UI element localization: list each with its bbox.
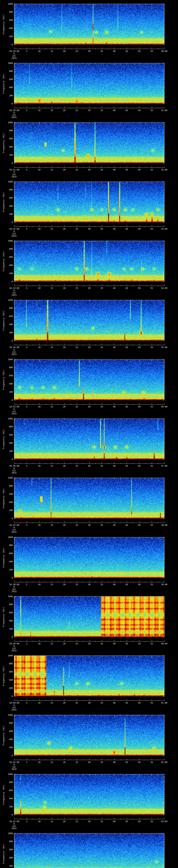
- x-tick-label: 35: [100, 346, 103, 349]
- x-end-time-label: 38:00: [161, 524, 168, 526]
- x-tick-label: 50: [138, 110, 141, 112]
- x-tick-label: 45: [125, 169, 128, 171]
- x-end-time-label: 39:00: [161, 584, 168, 586]
- x-tick-label: 45: [125, 50, 128, 53]
- y-tick-label: 800: [5, 781, 13, 783]
- x-tick-label: 30: [88, 702, 90, 704]
- x-tick-label: 15: [51, 584, 53, 586]
- y-tick-label: 0: [5, 162, 13, 164]
- y-tick-label: 1000: [5, 240, 13, 242]
- spectrogram-panel: Frequency (Hz)1000800600400200018:39:005…: [0, 592, 178, 652]
- x-tick-label: 55: [151, 702, 153, 704]
- x-tick-label: 25: [76, 820, 78, 823]
- x-tick-label: 30: [88, 406, 90, 408]
- y-tick-label: 600: [5, 375, 13, 377]
- x-tick-label: 15: [51, 761, 53, 764]
- x-tick-label: 10: [38, 228, 40, 230]
- y-tick-label: 400: [5, 323, 13, 326]
- x-tick-label: 40: [113, 761, 115, 764]
- y-axis-title: Frequency (Hz): [3, 73, 5, 93]
- x-start-time-label: 18:30:00: [9, 110, 19, 112]
- x-tick-label: 35: [100, 406, 103, 408]
- x-end-time-label: 35:00: [161, 346, 168, 349]
- x-end-time-label: 43:00: [161, 820, 168, 823]
- x-tick-label: 5: [26, 643, 27, 645]
- y-tick-label: 0: [5, 695, 13, 698]
- spectrogram-panel: Frequency (Hz)1000800600400200018:43:005…: [0, 830, 178, 868]
- y-tick-label: 800: [5, 426, 13, 428]
- x-tick-label: 15: [51, 820, 53, 823]
- x-tick-label: 5: [26, 584, 27, 586]
- x-tick-label: 50: [138, 584, 141, 586]
- y-tick-label: 400: [5, 798, 13, 800]
- y-tick-label: 200: [5, 391, 13, 393]
- x-tick-label: 35: [100, 228, 103, 230]
- x-tick-label: 5: [26, 110, 27, 112]
- x-start-time-label: 18:32:00: [9, 228, 19, 230]
- x-tick-label: 25: [76, 584, 78, 586]
- y-tick-label: 600: [5, 197, 13, 199]
- x-end-time-label: 40:00: [161, 643, 168, 645]
- y-tick-label: 1000: [5, 181, 13, 183]
- y-tick-label: 0: [5, 755, 13, 757]
- x-tick-label: 35: [100, 820, 103, 823]
- x-tick-label: 30: [88, 110, 90, 112]
- date-year-label: 2015: [12, 116, 17, 118]
- y-tick-label: 0: [5, 636, 13, 638]
- x-start-time-label: 18:40:00: [9, 702, 19, 704]
- x-end-time-label: 36:00: [161, 406, 168, 408]
- x-tick-label: 30: [88, 228, 90, 230]
- x-tick-label: 55: [151, 820, 153, 823]
- date-year-label: 2015: [12, 235, 17, 237]
- x-start-time-label: 18:31:00: [9, 169, 19, 171]
- x-tick-label: 15: [51, 346, 53, 349]
- x-tick-label: 45: [125, 524, 128, 526]
- spectrogram-panel: Frequency (Hz)1000800600400200018:35:005…: [0, 355, 178, 415]
- x-tick-label: 10: [38, 406, 40, 408]
- y-tick-label: 400: [5, 146, 13, 148]
- x-tick-label: 40: [113, 584, 115, 586]
- y-tick-label: 1000: [5, 62, 13, 64]
- x-tick-label: 50: [138, 465, 141, 467]
- y-tick-label: 800: [5, 11, 13, 13]
- y-tick-label: 600: [5, 671, 13, 673]
- y-tick-label: 800: [5, 129, 13, 132]
- y-tick-label: 800: [5, 307, 13, 309]
- y-tick-label: 0: [5, 43, 13, 46]
- x-tick-label: 30: [88, 820, 90, 823]
- x-start-time-label: 18:41:00: [9, 761, 19, 764]
- x-tick-label: 20: [63, 169, 65, 171]
- y-axis-title: Frequency (Hz): [3, 784, 5, 804]
- y-tick-label: 600: [5, 19, 13, 21]
- y-tick-label: 800: [5, 544, 13, 547]
- x-tick-label: 15: [51, 406, 53, 408]
- x-tick-label: 25: [76, 406, 78, 408]
- x-tick-label: 30: [88, 761, 90, 764]
- y-tick-label: 400: [5, 738, 13, 741]
- x-tick-label: 50: [138, 406, 141, 408]
- y-tick-label: 600: [5, 138, 13, 140]
- x-tick-label: 30: [88, 346, 90, 349]
- spectrogram-panel: Frequency (Hz)1000800600400200018:33:005…: [0, 237, 178, 296]
- x-tick-label: 35: [100, 50, 103, 53]
- date-year-label: 2015: [12, 472, 17, 474]
- y-tick-label: 400: [5, 442, 13, 444]
- x-tick-label: 30: [88, 524, 90, 526]
- x-tick-label: 35: [100, 110, 103, 112]
- x-tick-label: 25: [76, 346, 78, 349]
- x-tick-label: 55: [151, 169, 153, 171]
- x-tick-label: 15: [51, 50, 53, 53]
- y-tick-label: 1000: [5, 595, 13, 598]
- x-start-time-label: 18:35:00: [9, 406, 19, 408]
- y-axis-title: Frequency (Hz): [3, 607, 5, 627]
- x-tick-label: 10: [38, 287, 40, 289]
- x-tick-label: 55: [151, 761, 153, 764]
- x-tick-label: 25: [76, 702, 78, 704]
- x-tick-label: 5: [26, 228, 27, 230]
- y-tick-label: 0: [5, 221, 13, 224]
- x-tick-label: 40: [113, 820, 115, 823]
- x-tick-label: 10: [38, 761, 40, 764]
- x-tick-label: 40: [113, 702, 115, 704]
- spectrogram-panel: Frequency (Hz)1000800600400200018:42:005…: [0, 770, 178, 830]
- y-tick-label: 200: [5, 332, 13, 334]
